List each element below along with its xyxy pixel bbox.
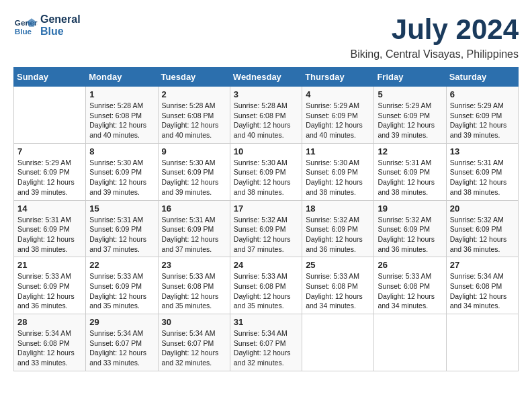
day-cell: 28Sunrise: 5:34 AM Sunset: 6:08 PM Dayli… bbox=[14, 314, 86, 371]
day-cell: 25Sunrise: 5:33 AM Sunset: 6:08 PM Dayli… bbox=[302, 257, 374, 314]
day-info: Sunrise: 5:29 AM Sunset: 6:09 PM Dayligh… bbox=[306, 101, 370, 140]
calendar-table: SundayMondayTuesdayWednesdayThursdayFrid… bbox=[13, 67, 519, 371]
day-cell: 5Sunrise: 5:29 AM Sunset: 6:09 PM Daylig… bbox=[374, 87, 446, 144]
day-number: 13 bbox=[450, 146, 515, 156]
day-info: Sunrise: 5:30 AM Sunset: 6:09 PM Dayligh… bbox=[89, 158, 154, 197]
header-tuesday: Tuesday bbox=[158, 68, 230, 87]
header-monday: Monday bbox=[86, 68, 158, 87]
day-cell bbox=[302, 314, 374, 371]
day-cell bbox=[14, 87, 86, 144]
day-cell: 21Sunrise: 5:33 AM Sunset: 6:09 PM Dayli… bbox=[14, 257, 86, 314]
day-cell: 16Sunrise: 5:31 AM Sunset: 6:09 PM Dayli… bbox=[158, 200, 230, 257]
logo: General Blue General Blue bbox=[13, 13, 81, 38]
day-info: Sunrise: 5:32 AM Sunset: 6:09 PM Dayligh… bbox=[234, 215, 298, 255]
day-info: Sunrise: 5:32 AM Sunset: 6:09 PM Dayligh… bbox=[306, 215, 370, 255]
day-info: Sunrise: 5:33 AM Sunset: 6:09 PM Dayligh… bbox=[17, 271, 82, 311]
day-number: 31 bbox=[234, 317, 298, 327]
day-number: 14 bbox=[17, 203, 82, 214]
day-cell: 31Sunrise: 5:34 AM Sunset: 6:07 PM Dayli… bbox=[230, 314, 302, 371]
day-cell: 19Sunrise: 5:32 AM Sunset: 6:09 PM Dayli… bbox=[374, 200, 446, 257]
day-cell: 15Sunrise: 5:31 AM Sunset: 6:09 PM Dayli… bbox=[86, 200, 158, 257]
day-number: 10 bbox=[234, 146, 298, 156]
day-cell: 6Sunrise: 5:29 AM Sunset: 6:09 PM Daylig… bbox=[446, 87, 518, 144]
day-number: 11 bbox=[306, 146, 370, 156]
day-info: Sunrise: 5:33 AM Sunset: 6:08 PM Dayligh… bbox=[162, 271, 226, 311]
day-info: Sunrise: 5:33 AM Sunset: 6:08 PM Dayligh… bbox=[306, 271, 370, 311]
week-row-1: 7Sunrise: 5:29 AM Sunset: 6:09 PM Daylig… bbox=[14, 143, 519, 200]
day-cell: 9Sunrise: 5:30 AM Sunset: 6:09 PM Daylig… bbox=[158, 143, 230, 200]
location-label: Biking, Central Visayas, Philippines bbox=[13, 48, 519, 60]
day-info: Sunrise: 5:29 AM Sunset: 6:09 PM Dayligh… bbox=[450, 101, 515, 140]
day-info: Sunrise: 5:34 AM Sunset: 6:08 PM Dayligh… bbox=[450, 271, 515, 311]
day-cell: 30Sunrise: 5:34 AM Sunset: 6:07 PM Dayli… bbox=[158, 314, 230, 371]
day-number: 8 bbox=[89, 146, 154, 156]
logo-icon: General Blue bbox=[13, 13, 38, 38]
day-number: 18 bbox=[306, 203, 370, 214]
day-cell: 12Sunrise: 5:31 AM Sunset: 6:09 PM Dayli… bbox=[374, 143, 446, 200]
day-number: 24 bbox=[234, 260, 298, 270]
day-number: 15 bbox=[89, 203, 154, 214]
day-cell: 18Sunrise: 5:32 AM Sunset: 6:09 PM Dayli… bbox=[302, 200, 374, 257]
day-info: Sunrise: 5:30 AM Sunset: 6:09 PM Dayligh… bbox=[306, 158, 370, 197]
day-cell: 10Sunrise: 5:30 AM Sunset: 6:09 PM Dayli… bbox=[230, 143, 302, 200]
day-number: 21 bbox=[17, 260, 82, 270]
day-cell: 20Sunrise: 5:32 AM Sunset: 6:09 PM Dayli… bbox=[446, 200, 518, 257]
day-info: Sunrise: 5:34 AM Sunset: 6:07 PM Dayligh… bbox=[234, 328, 298, 368]
header-friday: Friday bbox=[374, 68, 446, 87]
day-number: 22 bbox=[89, 260, 154, 270]
day-number: 23 bbox=[162, 260, 226, 270]
day-number: 29 bbox=[89, 317, 154, 327]
day-number: 9 bbox=[162, 146, 226, 156]
day-cell: 8Sunrise: 5:30 AM Sunset: 6:09 PM Daylig… bbox=[86, 143, 158, 200]
day-number: 12 bbox=[378, 146, 442, 156]
header-wednesday: Wednesday bbox=[230, 68, 302, 87]
day-number: 1 bbox=[89, 89, 154, 99]
day-info: Sunrise: 5:31 AM Sunset: 6:09 PM Dayligh… bbox=[17, 215, 82, 255]
day-number: 2 bbox=[162, 89, 226, 99]
day-info: Sunrise: 5:33 AM Sunset: 6:08 PM Dayligh… bbox=[378, 271, 442, 311]
day-info: Sunrise: 5:31 AM Sunset: 6:09 PM Dayligh… bbox=[89, 215, 154, 255]
day-info: Sunrise: 5:32 AM Sunset: 6:09 PM Dayligh… bbox=[450, 215, 515, 255]
week-row-4: 28Sunrise: 5:34 AM Sunset: 6:08 PM Dayli… bbox=[14, 314, 519, 371]
week-row-2: 14Sunrise: 5:31 AM Sunset: 6:09 PM Dayli… bbox=[14, 200, 519, 257]
day-number: 25 bbox=[306, 260, 370, 270]
day-cell: 7Sunrise: 5:29 AM Sunset: 6:09 PM Daylig… bbox=[14, 143, 86, 200]
day-info: Sunrise: 5:30 AM Sunset: 6:09 PM Dayligh… bbox=[234, 158, 298, 197]
calendar-title: July 2024 bbox=[392, 13, 519, 46]
page-header: General Blue General Blue July 2024 bbox=[13, 13, 519, 46]
header-saturday: Saturday bbox=[446, 68, 518, 87]
day-number: 20 bbox=[450, 203, 515, 214]
day-number: 6 bbox=[450, 89, 515, 99]
day-info: Sunrise: 5:31 AM Sunset: 6:09 PM Dayligh… bbox=[162, 215, 226, 255]
day-info: Sunrise: 5:28 AM Sunset: 6:08 PM Dayligh… bbox=[234, 101, 298, 140]
day-info: Sunrise: 5:33 AM Sunset: 6:08 PM Dayligh… bbox=[234, 271, 298, 311]
header-sunday: Sunday bbox=[14, 68, 86, 87]
day-number: 19 bbox=[378, 203, 442, 214]
day-number: 30 bbox=[162, 317, 226, 327]
day-number: 5 bbox=[378, 89, 442, 99]
day-cell: 14Sunrise: 5:31 AM Sunset: 6:09 PM Dayli… bbox=[14, 200, 86, 257]
day-number: 7 bbox=[17, 146, 82, 156]
day-number: 3 bbox=[234, 89, 298, 99]
day-info: Sunrise: 5:34 AM Sunset: 6:08 PM Dayligh… bbox=[17, 328, 82, 368]
day-cell: 29Sunrise: 5:34 AM Sunset: 6:07 PM Dayli… bbox=[86, 314, 158, 371]
day-info: Sunrise: 5:28 AM Sunset: 6:08 PM Dayligh… bbox=[89, 101, 154, 140]
day-cell: 4Sunrise: 5:29 AM Sunset: 6:09 PM Daylig… bbox=[302, 87, 374, 144]
day-cell: 26Sunrise: 5:33 AM Sunset: 6:08 PM Dayli… bbox=[374, 257, 446, 314]
header-thursday: Thursday bbox=[302, 68, 374, 87]
day-cell: 17Sunrise: 5:32 AM Sunset: 6:09 PM Dayli… bbox=[230, 200, 302, 257]
day-info: Sunrise: 5:29 AM Sunset: 6:09 PM Dayligh… bbox=[17, 158, 82, 197]
day-number: 26 bbox=[378, 260, 442, 270]
calendar-header-row: SundayMondayTuesdayWednesdayThursdayFrid… bbox=[14, 68, 519, 87]
day-number: 17 bbox=[234, 203, 298, 214]
svg-text:Blue: Blue bbox=[15, 27, 32, 36]
day-number: 4 bbox=[306, 89, 370, 99]
day-cell: 23Sunrise: 5:33 AM Sunset: 6:08 PM Dayli… bbox=[158, 257, 230, 314]
day-number: 27 bbox=[450, 260, 515, 270]
day-info: Sunrise: 5:32 AM Sunset: 6:09 PM Dayligh… bbox=[378, 215, 442, 255]
week-row-3: 21Sunrise: 5:33 AM Sunset: 6:09 PM Dayli… bbox=[14, 257, 519, 314]
day-cell: 27Sunrise: 5:34 AM Sunset: 6:08 PM Dayli… bbox=[446, 257, 518, 314]
logo-line1: General bbox=[40, 13, 81, 26]
day-info: Sunrise: 5:31 AM Sunset: 6:09 PM Dayligh… bbox=[450, 158, 515, 197]
day-info: Sunrise: 5:34 AM Sunset: 6:07 PM Dayligh… bbox=[89, 328, 154, 368]
